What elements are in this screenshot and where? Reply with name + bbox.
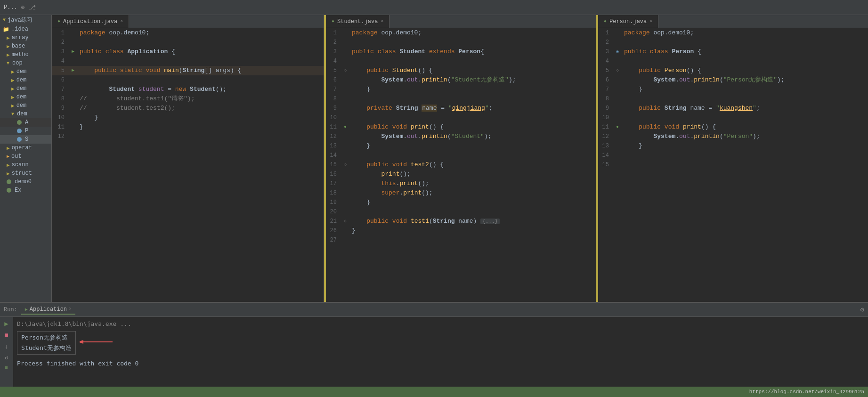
line-num: 2 (52, 38, 68, 47)
line-num: 14 (596, 151, 613, 160)
project-label: P... (4, 4, 17, 11)
sidebar-item-dem6[interactable]: ▼ dem (0, 110, 51, 118)
tab-close-application[interactable]: × (120, 19, 123, 24)
code-line: 5 ▶ public static void main(String[] arg… (52, 66, 324, 75)
code-area-application[interactable]: 1 package oop.demo10; 2 3 ▶ public class… (52, 28, 324, 302)
code-content: package oop.demo10; (622, 28, 868, 38)
code-line: 9 private String name = "qingjiang"; (324, 104, 596, 113)
sidebar-label: dem (16, 102, 27, 109)
code-content: public class Student extends Person{ (350, 47, 596, 57)
sidebar-item-ex[interactable]: Ex (0, 186, 51, 194)
code-content: System.out.println("Person无参构造"); (622, 75, 868, 85)
code-content: } (350, 198, 596, 207)
code-line: 19 } (324, 198, 596, 207)
code-line: 9 // student.test2(); (52, 104, 324, 113)
line-num: 13 (324, 141, 341, 151)
sidebar-item-demo0[interactable]: demo0 (0, 178, 51, 186)
sidebar-label: S (25, 136, 28, 143)
line-num: 3 (52, 47, 68, 57)
code-content: print(); (350, 170, 596, 179)
code-line: 2 (324, 38, 596, 47)
sidebar-item-struct[interactable]: ▶ struct (0, 169, 51, 178)
tab-person[interactable]: ● Person.java × (598, 15, 658, 28)
folder-icon: ▶ (7, 35, 10, 41)
branch-icon[interactable]: ⎇ (29, 4, 36, 11)
sidebar-item-array[interactable]: ▶ array (0, 33, 51, 42)
code-line: 15 (596, 160, 868, 170)
line-num: 14 (324, 151, 341, 160)
editor-tabs-person: ● Person.java × (596, 15, 868, 28)
red-arrow-svg (80, 335, 117, 349)
rerun-button[interactable]: ↺ (4, 353, 9, 362)
bottom-tab-close[interactable]: × (69, 307, 72, 312)
line-num: 4 (596, 57, 613, 66)
sidebar-label: dem (16, 77, 27, 83)
run-play-button[interactable]: ▶ (3, 319, 9, 329)
format-button[interactable]: ≡ (4, 364, 9, 372)
code-area-student[interactable]: 1 package oop.demo10; 2 3 public class S… (324, 28, 596, 302)
sidebar-item-scann[interactable]: ▶ scann (0, 161, 51, 169)
sidebar-item-dem4[interactable]: ▶ dem (0, 93, 51, 101)
bottom-tab-application[interactable]: ▶ Application × (21, 305, 75, 315)
tab-student[interactable]: ● Student.java × (326, 15, 389, 28)
run-stop-button[interactable]: ■ (3, 331, 9, 340)
sidebar-item-metho[interactable]: ▶ metho (0, 50, 51, 59)
sidebar-item-operat[interactable]: ▶ operat (0, 144, 51, 152)
code-content: public class Application { (78, 47, 324, 57)
code-area-person[interactable]: 1 package oop.demo10; 2 3 ◉ public class… (596, 28, 868, 302)
code-content: } (78, 113, 324, 122)
sidebar-root[interactable]: ▼ java练习 (0, 15, 51, 25)
console-path-line: D:\Java\jdk1.8\bin\java.exe ... (17, 319, 864, 329)
gear-icon[interactable]: ⚙ (860, 306, 864, 314)
code-line: 13 } (324, 141, 596, 151)
code-line: 5 ◇ public Person() { (596, 66, 868, 75)
line-num: 7 (596, 85, 613, 94)
sidebar-label: dem (16, 85, 27, 92)
code-content: package oop.demo10; (78, 28, 324, 38)
sidebar-item-P[interactable]: P (0, 127, 51, 135)
line-num: 12 (596, 132, 613, 141)
sidebar-item-dem1[interactable]: ▶ dem (0, 67, 51, 76)
code-line: 18 super.print(); (324, 188, 596, 198)
folder-icon: ▶ (7, 162, 10, 168)
line-gutter: ▶ (68, 66, 78, 75)
sidebar-item-oop[interactable]: ▼ oop (0, 59, 51, 67)
console-output: D:\Java\jdk1.8\bin\java.exe ... Person无参… (13, 317, 868, 387)
line-num: 10 (596, 113, 613, 122)
run-controls: ▶ ■ ↓ ↺ ≡ (0, 317, 13, 387)
tab-application[interactable]: ● Application.java × (52, 15, 129, 28)
editor-panel-person: ● Person.java × 1 package oop.demo10; 2 (596, 15, 868, 302)
sidebar-item-A[interactable]: A (0, 118, 51, 127)
tab-label-person: Person.java (609, 18, 647, 25)
tab-close-person[interactable]: × (649, 19, 652, 24)
sidebar-label: demo0 (15, 178, 32, 185)
sidebar-item-base[interactable]: ▶ base (0, 42, 51, 50)
code-content: super.print(); (350, 188, 596, 198)
sidebar-item-out[interactable]: ▶ out (0, 152, 51, 161)
bottom-tab-bar: Run: ▶ Application × ⚙ (0, 303, 868, 317)
sidebar-item-dem3[interactable]: ▶ dem (0, 84, 51, 93)
sidebar-item-idea[interactable]: 📁 .idea (0, 25, 51, 33)
line-gutter: ◇ (341, 217, 350, 226)
globe-icon[interactable]: ⊕ (21, 4, 25, 11)
code-content: public static void main(String[] args) { (78, 66, 324, 75)
code-line: 12 System.out.println("Student"); (324, 132, 596, 141)
sidebar-item-dem2[interactable]: ▶ dem (0, 76, 51, 84)
folder-icon: ▶ (7, 145, 10, 151)
line-num: 10 (52, 113, 68, 122)
line-gutter: ◇ (341, 160, 350, 170)
class-icon-green (7, 188, 11, 193)
line-num: 20 (324, 207, 341, 217)
sidebar-label: out (11, 153, 22, 160)
line-num: 9 (324, 104, 341, 113)
class-icon-green (17, 120, 22, 125)
line-num: 6 (52, 75, 68, 85)
tab-close-student[interactable]: × (381, 19, 383, 24)
line-num: 5 (52, 66, 68, 75)
scroll-down-button[interactable]: ↓ (3, 342, 9, 351)
folder-icon: 📁 (3, 26, 9, 32)
sidebar-item-S[interactable]: S (0, 135, 51, 144)
sidebar-item-dem5[interactable]: ▶ dem (0, 101, 51, 110)
line-gutter: ● (341, 122, 350, 132)
code-line: 4 (52, 57, 324, 66)
